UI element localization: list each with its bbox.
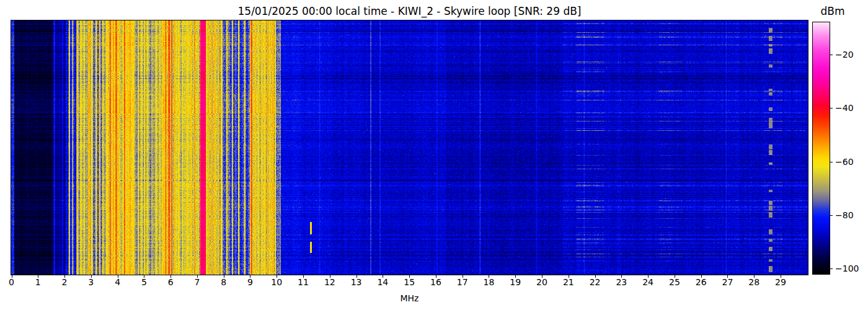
colorbar-tick-label: −60 — [835, 156, 854, 167]
colorbar-gradient — [813, 22, 830, 274]
x-tick-label: 7 — [187, 277, 208, 287]
x-tick-label: 14 — [372, 277, 393, 287]
x-tick-label: 19 — [505, 277, 526, 287]
colorbar-tick-mark — [830, 268, 833, 269]
x-tick-label: 28 — [743, 277, 764, 287]
x-tick-label: 1 — [27, 277, 48, 287]
colorbar-tick-label: −20 — [835, 49, 854, 60]
x-tick-label: 26 — [691, 277, 712, 287]
colorbar-tick-mark — [830, 215, 833, 216]
x-tick-label: 22 — [585, 277, 606, 287]
spectrogram-plot-area — [11, 20, 808, 275]
x-tick-label: 8 — [213, 277, 234, 287]
colorbar-label: dBm — [813, 5, 852, 17]
x-tick-label: 0 — [1, 277, 22, 287]
colorbar-tick-mark — [830, 55, 833, 55]
x-tick-label: 4 — [107, 277, 128, 287]
spectrogram-figure: 15/01/2025 00:00 local time - KIWI_2 - S… — [0, 0, 868, 310]
x-tick-label: 3 — [81, 277, 102, 287]
colorbar-tick-label: −80 — [835, 210, 854, 221]
x-tick-label: 10 — [266, 277, 287, 287]
x-tick-label: 23 — [611, 277, 632, 287]
colorbar-tick-label: −40 — [835, 102, 854, 113]
x-tick-label: 12 — [319, 277, 340, 287]
x-tick-label: 18 — [478, 277, 499, 287]
x-tick-label: 27 — [717, 277, 738, 287]
x-tick-label: 13 — [346, 277, 367, 287]
x-tick-label: 2 — [54, 277, 75, 287]
colorbar-tick-label: −100 — [835, 263, 859, 274]
x-tick-label: 20 — [531, 277, 552, 287]
x-tick-label: 25 — [664, 277, 685, 287]
x-tick-label: 6 — [160, 277, 181, 287]
chart-title: 15/01/2025 00:00 local time - KIWI_2 - S… — [0, 5, 819, 17]
x-tick-label: 17 — [452, 277, 473, 287]
x-tick-label: 24 — [637, 277, 658, 287]
x-tick-label: 5 — [133, 277, 154, 287]
x-tick-label: 29 — [770, 277, 791, 287]
x-tick-label: 21 — [558, 277, 579, 287]
colorbar — [812, 22, 830, 275]
spectrogram-canvas — [11, 20, 808, 275]
x-tick-label: 11 — [293, 277, 314, 287]
x-axis-label: MHz — [0, 293, 819, 303]
colorbar-tick-mark — [830, 162, 833, 162]
x-tick-label: 9 — [239, 277, 260, 287]
x-tick-label: 15 — [399, 277, 420, 287]
colorbar-tick-mark — [830, 108, 833, 108]
x-tick-label: 16 — [425, 277, 446, 287]
